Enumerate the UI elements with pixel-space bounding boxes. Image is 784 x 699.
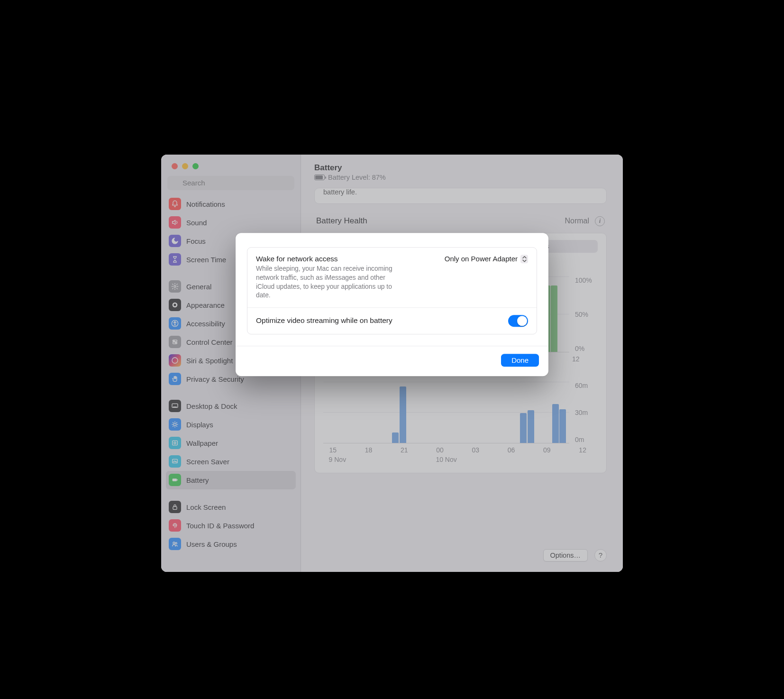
sidebar-item-label: Privacy & Security bbox=[186, 375, 244, 383]
svg-point-10 bbox=[175, 343, 176, 344]
x-tick: 06 bbox=[508, 446, 515, 454]
done-button[interactable]: Done bbox=[501, 354, 539, 367]
x-tick: 09 bbox=[543, 446, 551, 454]
gear-icon bbox=[169, 280, 181, 293]
sidebar-item-label: Desktop & Dock bbox=[186, 402, 237, 410]
svg-rect-13 bbox=[173, 406, 177, 407]
settings-window: NotificationsSoundFocusScreen TimeGenera… bbox=[161, 155, 623, 572]
svg-point-22 bbox=[175, 543, 177, 544]
fp-icon bbox=[169, 519, 181, 532]
x-tick: 12 bbox=[572, 355, 580, 363]
sidebar-item-label: Control Center bbox=[186, 338, 233, 346]
svg-rect-18 bbox=[173, 478, 177, 481]
options-button[interactable]: Options… bbox=[543, 549, 588, 561]
y-tick: 30m bbox=[575, 409, 598, 416]
minimize-window-button[interactable] bbox=[182, 163, 188, 169]
svg-point-9 bbox=[173, 340, 174, 341]
sidebar-item-lock-screen[interactable]: Lock Screen bbox=[166, 498, 296, 516]
app-icon bbox=[169, 299, 181, 311]
sidebar-item-label: Appearance bbox=[186, 301, 225, 309]
dock-icon bbox=[169, 400, 181, 412]
sidebar-item-label: Screen Time bbox=[186, 256, 226, 264]
sidebar-item-touch-id-password[interactable]: Touch ID & Password bbox=[166, 516, 296, 535]
sidebar-item-desktop-dock[interactable]: Desktop & Dock bbox=[166, 397, 296, 415]
battery-level-text: Battery Level: 87% bbox=[328, 174, 386, 181]
zoom-window-button[interactable] bbox=[192, 163, 199, 169]
hand-icon bbox=[169, 373, 181, 385]
usage-bar bbox=[559, 409, 566, 443]
sidebar-item-battery[interactable]: Battery bbox=[166, 471, 296, 489]
optimize-video-row: Optimize video streaming while on batter… bbox=[247, 307, 537, 334]
sidebar-item-label: Touch ID & Password bbox=[186, 522, 254, 530]
bell-icon bbox=[169, 198, 181, 210]
y-tick: 50% bbox=[575, 311, 598, 318]
users-icon bbox=[169, 538, 181, 550]
svg-rect-20 bbox=[173, 506, 177, 509]
usage-bar bbox=[552, 404, 559, 443]
x-tick: 12 bbox=[579, 446, 586, 454]
sidebar-item-label: Users & Groups bbox=[186, 540, 237, 548]
x-date-label: 10 Nov bbox=[436, 456, 456, 463]
low-power-card: battery life. bbox=[314, 188, 607, 204]
x-tick: 03 bbox=[472, 446, 480, 454]
svg-point-11 bbox=[172, 358, 178, 363]
sidebar-item-users-groups[interactable]: Users & Groups bbox=[166, 535, 296, 553]
y-tick: 100% bbox=[575, 276, 598, 284]
svg-point-6 bbox=[174, 322, 175, 322]
usage-bar bbox=[392, 432, 399, 443]
acc-icon bbox=[169, 317, 181, 330]
svg-point-14 bbox=[173, 423, 176, 425]
sidebar-item-label: Battery bbox=[186, 476, 209, 484]
sidebar-item-screen-saver[interactable]: Screen Saver bbox=[166, 452, 296, 471]
sidebar-item-label: Siri & Spotlight bbox=[186, 357, 233, 365]
lock-icon bbox=[169, 501, 181, 513]
x-tick: 18 bbox=[365, 446, 373, 454]
svg-point-16 bbox=[174, 442, 176, 444]
wake-title: Wake for network access bbox=[256, 255, 398, 264]
cc-icon bbox=[169, 336, 181, 348]
sidebar-item-label: Accessibility bbox=[186, 320, 225, 328]
search-input[interactable] bbox=[167, 176, 294, 190]
footer-buttons: Options… ? bbox=[543, 549, 607, 561]
options-modal: Wake for network access While sleeping, … bbox=[236, 233, 548, 377]
spk-icon bbox=[169, 216, 181, 229]
info-icon[interactable]: i bbox=[595, 216, 605, 226]
x-tick: 21 bbox=[401, 446, 408, 454]
x-tick: 00 bbox=[436, 446, 444, 454]
usage-bar bbox=[520, 413, 527, 442]
sidebar-item-label: Sound bbox=[186, 219, 207, 227]
svg-rect-15 bbox=[173, 441, 178, 445]
close-window-button[interactable] bbox=[172, 163, 178, 169]
optimize-video-toggle[interactable] bbox=[508, 315, 528, 327]
optimize-title: Optimize video streaming while on batter… bbox=[256, 317, 392, 325]
screen-on-usage-chart: 60m 30m 0m bbox=[323, 382, 598, 443]
usage-bar bbox=[528, 410, 534, 443]
y-tick: 0% bbox=[575, 345, 598, 352]
disp-icon bbox=[169, 418, 181, 431]
window-controls bbox=[161, 155, 301, 176]
wake-for-network-row: Wake for network access While sleeping, … bbox=[247, 248, 537, 308]
sidebar-item-displays[interactable]: Displays bbox=[166, 415, 296, 434]
sidebar-item-sound[interactable]: Sound bbox=[166, 213, 296, 232]
battery-health-row[interactable]: Battery Health Normal i bbox=[314, 216, 607, 226]
ss-icon bbox=[169, 455, 181, 468]
sidebar-item-label: Wallpaper bbox=[186, 439, 218, 447]
header: Battery Battery Level: 87% bbox=[314, 163, 607, 181]
sidebar-item-label: General bbox=[186, 283, 211, 291]
hour-icon bbox=[169, 253, 181, 266]
battery-icon bbox=[314, 175, 325, 180]
wake-desc: While sleeping, your Mac can receive inc… bbox=[256, 265, 398, 301]
batt-icon bbox=[169, 474, 181, 486]
sidebar-item-label: Focus bbox=[186, 237, 206, 245]
help-button[interactable]: ? bbox=[594, 549, 607, 561]
sidebar-item-wallpaper[interactable]: Wallpaper bbox=[166, 434, 296, 452]
sidebar-item-label: Notifications bbox=[186, 200, 225, 208]
low-power-desc-tail: battery life. bbox=[323, 188, 598, 196]
page-title: Battery bbox=[314, 163, 607, 173]
battery-health-value-wrap: Normal i bbox=[565, 216, 605, 226]
usage-bar bbox=[400, 386, 406, 442]
sidebar-item-notifications[interactable]: Notifications bbox=[166, 195, 296, 213]
chevron-updown-icon bbox=[520, 255, 528, 264]
x-date-label: 9 Nov bbox=[329, 456, 346, 463]
wake-value-select[interactable]: Only on Power Adapter bbox=[445, 255, 528, 301]
